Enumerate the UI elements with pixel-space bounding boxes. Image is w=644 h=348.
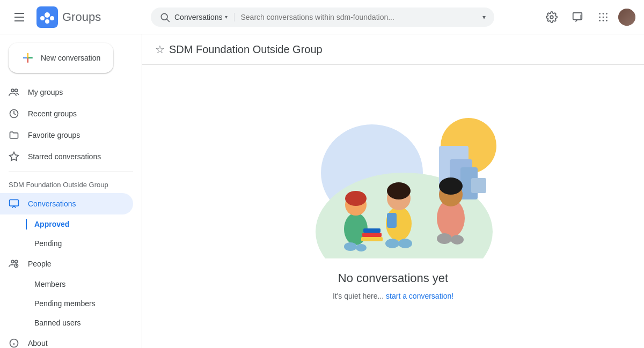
svg-rect-61 bbox=[363, 228, 380, 233]
topbar: Groups Conversations ▾ ▾ bbox=[0, 0, 644, 34]
star-icon bbox=[9, 151, 19, 162]
sidebar-item-pending[interactable]: Pending bbox=[0, 234, 133, 253]
empty-subtitle-text: It's quiet here... bbox=[333, 292, 384, 300]
svg-point-57 bbox=[437, 233, 452, 244]
svg-point-27 bbox=[11, 260, 14, 263]
svg-point-7 bbox=[550, 16, 553, 19]
search-container: Conversations ▾ ▾ bbox=[151, 8, 494, 27]
topbar-left: Groups bbox=[9, 6, 151, 28]
menu-button[interactable] bbox=[9, 6, 30, 28]
people-icon bbox=[9, 87, 19, 98]
svg-point-9 bbox=[599, 13, 601, 14]
apps-button[interactable] bbox=[592, 6, 614, 28]
sidebar-item-members[interactable]: Members bbox=[0, 275, 133, 294]
svg-point-10 bbox=[603, 13, 604, 14]
sidebar-item-about[interactable]: About bbox=[0, 332, 133, 348]
sidebar-divider bbox=[9, 172, 133, 172]
topbar-center: Conversations ▾ ▾ bbox=[151, 8, 532, 27]
waffle-icon bbox=[597, 11, 609, 23]
sidebar-item-my-groups[interactable]: My groups bbox=[0, 82, 133, 103]
approved-label: Approved bbox=[34, 220, 69, 228]
start-conversation-link[interactable]: start a conversation! bbox=[386, 292, 453, 300]
conversations-label: Conversations bbox=[28, 199, 76, 208]
content-header: ☆ SDM Foundation Outside Group bbox=[142, 34, 644, 65]
main-layout: New conversation My groups Recent groups… bbox=[0, 34, 644, 348]
svg-point-3 bbox=[50, 16, 54, 20]
content-area: ☆ SDM Foundation Outside Group bbox=[142, 34, 644, 348]
search-dropdown-label: Conversations bbox=[174, 13, 223, 21]
members-label: Members bbox=[34, 280, 65, 288]
sidebar-item-recent-groups[interactable]: Recent groups bbox=[0, 103, 133, 124]
svg-marker-25 bbox=[10, 152, 19, 161]
avatar-image bbox=[618, 9, 635, 26]
svg-point-22 bbox=[11, 89, 14, 92]
svg-rect-51 bbox=[387, 213, 397, 228]
group-name: SDM Foundation Outside Group bbox=[169, 43, 323, 56]
svg-point-46 bbox=[344, 242, 357, 251]
search-input[interactable] bbox=[241, 13, 479, 21]
svg-point-1 bbox=[45, 12, 50, 18]
sidebar: New conversation My groups Recent groups… bbox=[0, 34, 142, 348]
new-conversation-button[interactable]: New conversation bbox=[9, 43, 113, 73]
favorite-groups-label: Favorite groups bbox=[28, 131, 80, 139]
groups-logo-icon bbox=[36, 6, 58, 28]
illustration bbox=[281, 108, 506, 258]
info-icon bbox=[9, 338, 19, 348]
logo-area: Groups bbox=[36, 6, 101, 28]
group-star-button[interactable]: ☆ bbox=[155, 43, 165, 56]
svg-rect-60 bbox=[362, 233, 382, 237]
my-groups-label: My groups bbox=[28, 88, 63, 97]
svg-point-14 bbox=[606, 16, 608, 18]
feedback-icon bbox=[572, 11, 583, 23]
empty-illustration bbox=[281, 108, 506, 258]
sidebar-item-pending-members[interactable]: Pending members bbox=[0, 294, 133, 313]
svg-point-16 bbox=[603, 20, 604, 21]
svg-rect-59 bbox=[361, 237, 383, 241]
svg-point-45 bbox=[345, 191, 367, 206]
sidebar-item-conversations[interactable]: Conversations bbox=[0, 193, 133, 214]
empty-state: No conversations yet It's quiet here... … bbox=[142, 65, 644, 344]
people-label: People bbox=[28, 260, 52, 268]
svg-point-28 bbox=[15, 260, 18, 263]
svg-point-53 bbox=[398, 239, 412, 248]
svg-point-58 bbox=[451, 235, 464, 245]
svg-point-56 bbox=[439, 177, 463, 195]
svg-point-23 bbox=[15, 89, 18, 92]
svg-point-50 bbox=[387, 182, 411, 199]
svg-point-13 bbox=[603, 16, 604, 18]
clock-icon bbox=[9, 108, 19, 119]
search-dropdown[interactable]: Conversations ▾ bbox=[174, 13, 235, 21]
svg-rect-26 bbox=[10, 200, 19, 206]
svg-point-15 bbox=[599, 20, 601, 21]
sidebar-item-starred-conversations[interactable]: Starred conversations bbox=[0, 146, 133, 167]
svg-point-2 bbox=[40, 16, 45, 20]
topbar-right bbox=[541, 6, 635, 28]
feedback-button[interactable] bbox=[567, 6, 588, 28]
conversations-icon bbox=[9, 198, 19, 209]
sidebar-item-people[interactable]: People bbox=[0, 253, 133, 275]
settings-button[interactable] bbox=[541, 6, 562, 28]
svg-point-11 bbox=[606, 13, 608, 14]
pending-members-label: Pending members bbox=[34, 299, 96, 308]
pending-label: Pending bbox=[34, 239, 62, 248]
svg-point-4 bbox=[45, 19, 49, 24]
empty-title: No conversations yet bbox=[338, 271, 448, 285]
sidebar-item-banned-users[interactable]: Banned users bbox=[0, 313, 133, 332]
empty-subtitle: It's quiet here... start a conversation! bbox=[333, 292, 453, 300]
active-indicator bbox=[26, 219, 27, 229]
banned-users-label: Banned users bbox=[34, 319, 80, 327]
sidebar-item-favorite-groups[interactable]: Favorite groups bbox=[0, 124, 133, 146]
svg-line-6 bbox=[167, 19, 170, 21]
sidebar-item-approved[interactable]: Approved bbox=[0, 214, 133, 234]
svg-point-52 bbox=[385, 239, 399, 248]
search-expand-chevron[interactable]: ▾ bbox=[482, 13, 486, 21]
search-dropdown-chevron: ▾ bbox=[225, 14, 228, 20]
plus-icon bbox=[21, 51, 34, 64]
avatar[interactable] bbox=[618, 9, 635, 26]
folder-star-icon bbox=[9, 130, 19, 140]
group-title: SDM Foundation Outside Group bbox=[0, 176, 142, 193]
svg-rect-42 bbox=[471, 178, 486, 193]
gear-icon bbox=[546, 11, 558, 23]
app-name: Groups bbox=[62, 10, 101, 24]
starred-conversations-label: Starred conversations bbox=[28, 152, 101, 161]
